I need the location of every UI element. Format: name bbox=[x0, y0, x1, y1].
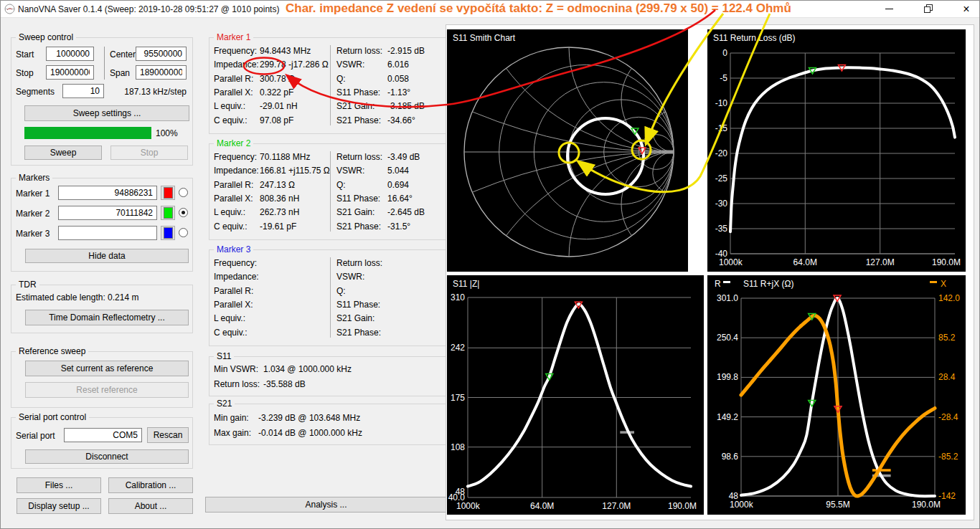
x-tick-label: 1000k bbox=[456, 501, 481, 511]
marker3-input[interactable] bbox=[58, 226, 157, 240]
marker1-color-button[interactable] bbox=[161, 186, 175, 200]
set-reference-button[interactable]: Set current as reference bbox=[25, 361, 189, 376]
y-tick-label: -15 bbox=[715, 123, 728, 133]
y-tick-label: 175 bbox=[451, 393, 465, 403]
marker-field-value: 166.81 +j115.75 Ω bbox=[260, 166, 330, 176]
x-tick-label: 64.0M bbox=[793, 257, 817, 267]
serial-port-input[interactable] bbox=[64, 428, 142, 442]
start-input[interactable] bbox=[46, 47, 94, 61]
marker2-radio[interactable] bbox=[179, 208, 188, 217]
y-tick-label: -25 bbox=[715, 173, 728, 184]
smith-reactance-arc bbox=[621, 47, 688, 152]
marker-field-label: C equiv.: bbox=[214, 221, 247, 232]
marker2-data-panel: Marker 2 Frequency:70.1188 MHzImpedance:… bbox=[209, 143, 447, 240]
y-tick-label: 301.0 bbox=[717, 293, 738, 303]
marker-field-label: Parallel X: bbox=[214, 300, 253, 310]
y-tick-label: 0 bbox=[722, 48, 727, 58]
step-size-text: 187.13 kHz/step bbox=[105, 87, 187, 97]
smith-chart[interactable]: S11 Smith Chart bbox=[447, 29, 688, 272]
group-title: Serial port control bbox=[16, 412, 89, 422]
right-y-tick-label: -142 bbox=[938, 491, 956, 501]
files-button[interactable]: Files ... bbox=[17, 477, 101, 493]
group-title: Sweep control bbox=[16, 32, 76, 42]
panel-title: Marker 2 bbox=[214, 138, 253, 148]
marker-field-value: -19.61 pF bbox=[260, 221, 296, 232]
r-jx-chart[interactable]: 301.0250.4199.8149.298.648142.085.228.4-… bbox=[707, 275, 966, 515]
marker2-color-button[interactable] bbox=[161, 206, 175, 220]
x-tick-label: 190.0M bbox=[932, 257, 961, 267]
segments-input[interactable] bbox=[62, 84, 104, 98]
right-y-tick-label: 142.0 bbox=[938, 293, 960, 303]
reset-reference-button[interactable]: Reset reference bbox=[25, 382, 189, 398]
y-tick-label: 149.2 bbox=[717, 412, 738, 422]
marker1-radio[interactable] bbox=[179, 188, 188, 197]
analysis-button[interactable]: Analysis ... bbox=[205, 497, 447, 513]
marker-field-value: 808.36 nH bbox=[260, 194, 299, 204]
field-value: -3.239 dB @ 103.648 MHz bbox=[258, 413, 360, 423]
display-setup-button[interactable]: Display setup ... bbox=[17, 498, 101, 514]
marker-field-value: 94.8443 MHz bbox=[260, 46, 311, 56]
marker1-label: Marker 1 bbox=[16, 189, 50, 199]
marker-field-label: Parallel R: bbox=[214, 180, 253, 190]
marker1-input[interactable] bbox=[58, 186, 157, 200]
y-tick-label: -5 bbox=[720, 73, 727, 83]
minimize-button[interactable] bbox=[880, 1, 897, 17]
hide-data-button[interactable]: Hide data bbox=[25, 249, 189, 263]
y-tick-label: -35 bbox=[715, 224, 728, 234]
marker-field-label: L equiv.: bbox=[214, 313, 245, 323]
x-tick-label: 64.0M bbox=[530, 501, 554, 511]
close-icon: × bbox=[963, 4, 969, 15]
close-button[interactable]: × bbox=[958, 1, 975, 17]
marker-field-label: Return loss: bbox=[336, 152, 382, 162]
marker-field-value: -3.49 dB bbox=[387, 152, 420, 162]
disconnect-button[interactable]: Disconnect bbox=[25, 449, 189, 464]
sweep-button[interactable]: Sweep bbox=[24, 146, 102, 160]
group-title: TDR bbox=[16, 280, 39, 290]
return-loss-chart[interactable]: 0-5-10-15-20-25-30-35-401000k64.0M127.0M… bbox=[707, 29, 966, 272]
marker-field-value: -2.915 dB bbox=[387, 46, 425, 56]
marker-field-value: 0.694 bbox=[387, 180, 409, 190]
marker-field-value: 299.78 -j17.286 Ω bbox=[260, 59, 329, 70]
marker1-color-swatch bbox=[164, 187, 173, 199]
marker3-radio[interactable] bbox=[179, 228, 188, 237]
right-y-tick-label: -85.2 bbox=[938, 452, 958, 462]
center-input[interactable] bbox=[136, 47, 187, 61]
marker-field-label: S11 Phase: bbox=[336, 87, 380, 97]
right-y-tick-label: -28.4 bbox=[938, 412, 958, 422]
s21-summary-panel: S21 Min gain: -3.239 dB @ 103.648 MHz Ma… bbox=[209, 404, 447, 445]
legend-x-label: X bbox=[941, 279, 946, 289]
marker-field-label: VSWR: bbox=[336, 272, 364, 282]
z-magnitude-chart[interactable]: 3102421751084840.01000k64.0M127.0M190.0M… bbox=[447, 275, 704, 515]
x-tick-label: 1000k bbox=[730, 500, 754, 510]
calibration-button[interactable]: Calibration ... bbox=[108, 477, 193, 493]
legend-x-dash bbox=[930, 281, 937, 283]
panel-title: Marker 1 bbox=[214, 32, 253, 42]
marker-field-value: -3.185 dB bbox=[387, 101, 425, 111]
segments-label: Segments bbox=[16, 87, 55, 97]
field-label: Min gain: bbox=[214, 413, 249, 423]
marker-field-label: Parallel R: bbox=[214, 74, 253, 84]
marker3-color-button[interactable] bbox=[161, 226, 175, 240]
chart-title: S11 |Z| bbox=[453, 279, 479, 289]
marker-field-value: -34.66° bbox=[387, 115, 415, 125]
stop-label: Stop bbox=[16, 68, 34, 78]
rescan-button[interactable]: Rescan bbox=[147, 427, 189, 443]
sweep-settings-button[interactable]: Sweep settings ... bbox=[24, 105, 189, 121]
marker-field-label: Impedance: bbox=[214, 59, 259, 70]
y-tick-label: -20 bbox=[715, 148, 728, 158]
about-button[interactable]: About ... bbox=[108, 498, 193, 514]
marker-field-value: 262.73 nH bbox=[260, 207, 299, 217]
span-input[interactable] bbox=[136, 65, 187, 80]
marker-field-value: 70.1188 MHz bbox=[260, 152, 310, 162]
stop-button[interactable]: Stop bbox=[110, 146, 188, 160]
maximize-button[interactable] bbox=[919, 1, 936, 17]
stop-input[interactable] bbox=[46, 65, 94, 80]
group-title: Reference sweep bbox=[16, 346, 88, 356]
marker2-input[interactable] bbox=[58, 206, 157, 220]
marker-field-label: Q: bbox=[336, 74, 346, 84]
serial-port-label: Serial port bbox=[16, 431, 55, 441]
x-tick-label: 127.0M bbox=[866, 257, 895, 267]
tdr-button[interactable]: Time Domain Reflectometry ... bbox=[25, 310, 189, 325]
marker-field-label: S21 Phase: bbox=[336, 328, 381, 338]
y-tick-label: 242 bbox=[451, 343, 465, 353]
